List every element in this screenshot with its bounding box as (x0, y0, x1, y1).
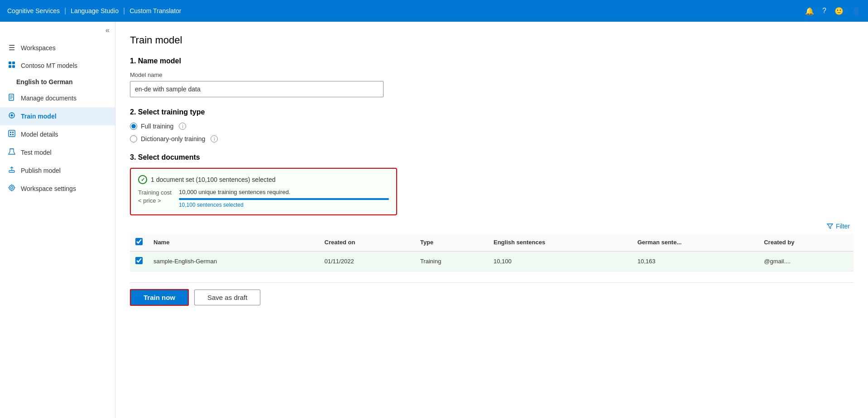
top-navbar: Cognitive Services | Language Studio | C… (0, 0, 868, 22)
progress-bar-fill (179, 198, 389, 200)
svg-rect-18 (12, 134, 14, 135)
model-name-label: Model name (130, 71, 854, 78)
svg-rect-16 (12, 132, 14, 133)
training-cost-label: Training cost< price > (138, 189, 172, 205)
content-area: Train model 1. Name model Model name 2. … (115, 22, 868, 418)
sidebar-label-contoso: Contoso MT models (21, 62, 77, 69)
sidebar-item-publish-model[interactable]: Publish model (0, 162, 115, 180)
filter-row: Filter (130, 223, 854, 230)
dict-training-info-icon[interactable]: i (211, 135, 218, 142)
section-name-model: 1. Name model Model name (130, 57, 854, 97)
row-german-sentences: 10,163 (632, 252, 759, 271)
notification-icon[interactable]: 🔔 (805, 7, 814, 15)
sidebar-item-contoso[interactable]: Contoso MT models (0, 57, 115, 75)
doc-summary-header: 1 document set (10,100 sentences) select… (138, 175, 389, 184)
brand-cognitive-services[interactable]: Cognitive Services (7, 7, 60, 14)
section1-heading: 1. Name model (130, 57, 854, 65)
col-header-created-on: Created on (319, 233, 415, 252)
top-bar-icons: 🔔 ? 🙂 👤 (805, 7, 861, 15)
progress-bar (179, 198, 389, 200)
training-type-radio-group: Full training i Dictionary-only training… (130, 123, 854, 142)
smiley-icon[interactable]: 🙂 (834, 7, 844, 15)
col-header-check (130, 233, 148, 252)
full-training-info-icon[interactable]: i (179, 123, 186, 130)
doc-cost-row: Training cost< price > 10,000 unique tra… (138, 189, 389, 208)
svg-rect-15 (10, 132, 11, 133)
test-model-icon (7, 148, 16, 157)
save-draft-button[interactable]: Save as draft (194, 290, 260, 305)
radio-full-training[interactable]: Full training i (130, 123, 854, 130)
main-layout: « ☰ Workspaces Contoso MT models English… (0, 22, 868, 418)
svg-rect-20 (9, 171, 14, 172)
svg-rect-2 (9, 65, 11, 68)
sidebar-label-train-model: Train model (21, 113, 57, 120)
doc-cost-details: 10,000 unique training sentences require… (179, 189, 389, 208)
sidebar-label-publish-model: Publish model (21, 167, 61, 174)
svg-point-9 (11, 114, 13, 117)
radio-dict-training-label: Dictionary-only training (141, 135, 205, 142)
select-all-checkbox[interactable] (135, 238, 143, 245)
train-model-icon (7, 112, 16, 121)
col-header-german-sentences: German sente... (632, 233, 759, 252)
sidebar-item-workspaces[interactable]: ☰ Workspaces (0, 39, 115, 57)
sidebar-item-test-model[interactable]: Test model (0, 143, 115, 162)
sidebar-label-workspaces: Workspaces (21, 44, 56, 52)
account-icon[interactable]: 👤 (852, 7, 861, 15)
sidebar-item-workspace-settings[interactable]: Workspace settings (0, 180, 115, 198)
radio-dict-training[interactable]: Dictionary-only training i (130, 135, 854, 142)
row-created-on: 01/11/2022 (319, 252, 415, 271)
sidebar-label-workspace-settings: Workspace settings (21, 185, 76, 192)
filter-icon (827, 223, 833, 229)
table-row: sample-English-German 01/11/2022 Trainin… (130, 252, 854, 271)
svg-rect-1 (12, 62, 15, 64)
table-header-row: Name Created on Type English sentences G… (130, 233, 854, 252)
publish-model-icon (7, 166, 16, 175)
filter-label: Filter (836, 223, 850, 230)
sidebar-item-model-details[interactable]: Model details (0, 125, 115, 143)
documents-table: Name Created on Type English sentences G… (130, 233, 854, 271)
section3-heading: 3. Select documents (130, 153, 854, 162)
check-circle-icon (138, 175, 147, 184)
radio-dict-training-input[interactable] (130, 135, 137, 142)
col-header-english-sentences: English sentences (488, 233, 632, 252)
filter-button[interactable]: Filter (827, 223, 850, 230)
model-name-input[interactable] (130, 81, 384, 97)
workspace-settings-icon (7, 184, 16, 193)
doc-cost-selected: 10,100 sentences selected (179, 202, 389, 208)
nav-language-studio[interactable]: Language Studio (71, 7, 119, 14)
svg-rect-17 (10, 134, 11, 135)
svg-rect-3 (12, 65, 15, 68)
page-title: Train model (130, 34, 854, 46)
row-check-cell (130, 252, 148, 271)
nav-separator-2: | (123, 7, 125, 15)
train-now-button[interactable]: Train now (130, 289, 189, 306)
doc-summary-text: 1 document set (10,100 sentences) select… (151, 176, 276, 183)
sidebar-collapse-button[interactable]: « (0, 22, 115, 39)
help-icon[interactable]: ? (822, 7, 826, 15)
sidebar-item-manage-documents[interactable]: Manage documents (0, 89, 115, 107)
workspaces-icon: ☰ (7, 43, 16, 52)
row-checkbox[interactable] (135, 257, 143, 264)
row-name: sample-English-German (148, 252, 319, 271)
sidebar-item-train-model[interactable]: Train model (0, 107, 115, 125)
row-english-sentences: 10,100 (488, 252, 632, 271)
sidebar: « ☰ Workspaces Contoso MT models English… (0, 22, 115, 418)
sidebar-label-test-model: Test model (21, 149, 52, 156)
nav-separator-1: | (64, 7, 66, 15)
sidebar-item-english-to-german[interactable]: English to German (0, 75, 115, 89)
nav-custom-translator[interactable]: Custom Translator (129, 7, 181, 14)
model-details-icon (7, 130, 16, 139)
svg-rect-0 (9, 62, 11, 64)
svg-rect-14 (9, 130, 15, 137)
collapse-icon[interactable]: « (106, 26, 110, 34)
col-header-created-by: Created by (758, 233, 854, 252)
section2-heading: 2. Select training type (130, 108, 854, 116)
sidebar-label-manage-documents: Manage documents (21, 95, 77, 102)
row-created-by: @gmail.... (758, 252, 854, 271)
svg-point-22 (11, 187, 13, 189)
doc-cost-required: 10,000 unique training sentences require… (179, 189, 389, 195)
doc-summary-box: 1 document set (10,100 sentences) select… (130, 168, 397, 215)
action-bar: Train now Save as draft (130, 282, 854, 306)
radio-full-training-input[interactable] (130, 123, 137, 130)
sidebar-label-english-to-german: English to German (16, 78, 72, 86)
